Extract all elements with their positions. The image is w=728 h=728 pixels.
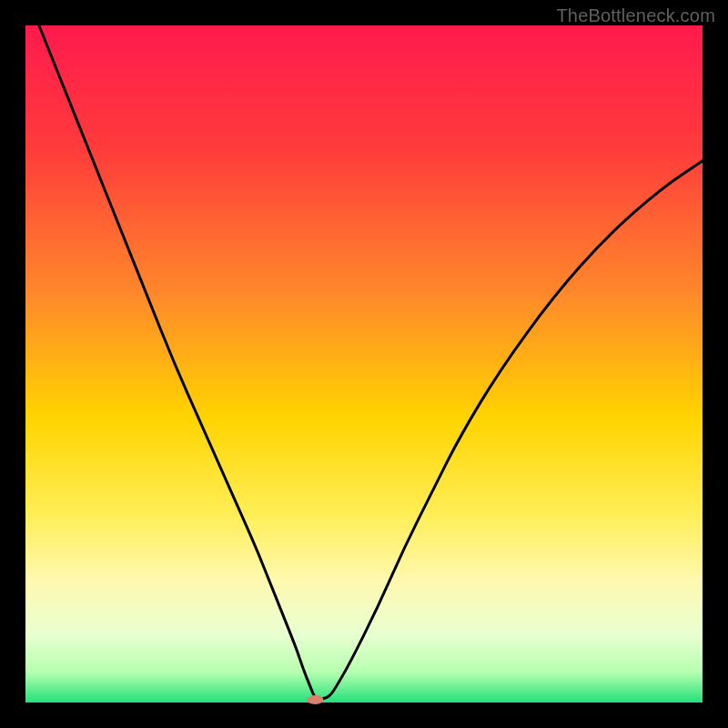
chart-frame: TheBottleneck.com <box>0 0 728 728</box>
watermark-text: TheBottleneck.com <box>556 5 715 26</box>
minimum-marker <box>307 695 323 704</box>
chart-svg <box>0 0 728 728</box>
plot-area <box>25 25 703 703</box>
